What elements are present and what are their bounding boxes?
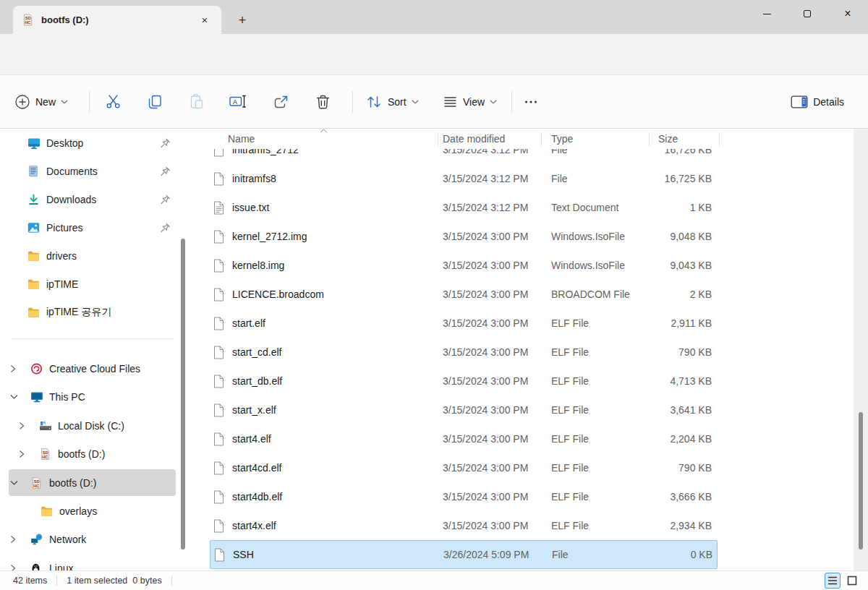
column-header-size[interactable]: Size (649, 133, 720, 145)
file-row[interactable]: start4x.elf3/15/2024 3:00 PMELF File2,93… (210, 511, 718, 540)
sidebar-item-overlays[interactable]: overlays (0, 497, 187, 525)
sidebar-item-this-pc[interactable]: This PC (0, 382, 187, 411)
copy-button[interactable] (146, 93, 163, 111)
column-divider[interactable] (649, 132, 650, 146)
file-row[interactable]: SSH3/26/2024 5:09 PMFile0 KB (210, 540, 718, 569)
sidebar-item-label: overlays (59, 505, 97, 517)
folder-icon (41, 505, 53, 516)
close-button[interactable]: × (827, 0, 868, 27)
new-button[interactable]: New (14, 94, 68, 110)
file-icon (213, 519, 224, 533)
sidebar-item-drivers[interactable]: drivers (0, 241, 187, 270)
file-list-scrollbar-track[interactable] (854, 129, 868, 570)
sidebar-item-label: ipTIME 공유기 (46, 306, 111, 319)
column-header-date-modified[interactable]: Date modified (438, 133, 541, 145)
expander-right-icon[interactable] (19, 422, 25, 429)
file-row[interactable]: LICENCE.broadcom3/15/2024 3:00 PMBROADCO… (210, 280, 718, 309)
expander-right-icon[interactable] (10, 535, 16, 543)
toolbar-divider (89, 91, 90, 113)
sidebar-item-label: ipTIME (46, 278, 78, 290)
sidebar-item-downloads[interactable]: Downloads (0, 185, 187, 213)
file-row[interactable]: issue.txt3/15/2024 3:12 PMText Document1… (210, 193, 718, 222)
expander-right-icon[interactable] (19, 450, 25, 458)
maximize-icon (804, 10, 811, 17)
file-type: ELF File (541, 462, 649, 474)
file-row[interactable]: start4cd.elf3/15/2024 3:00 PMELF File790… (210, 453, 718, 482)
details-pane-button[interactable]: Details (791, 95, 844, 109)
tab-close-icon[interactable]: × (197, 12, 213, 28)
column-divider[interactable] (719, 132, 720, 146)
sidebar-item-label: Local Disk (C:) (58, 420, 124, 432)
new-tab-button[interactable]: + (233, 11, 252, 30)
minimize-button[interactable] (746, 0, 787, 27)
sidebar-item-label: Downloads (46, 194, 96, 205)
expander-down-icon[interactable] (10, 394, 18, 400)
expander-right-icon[interactable] (10, 564, 16, 570)
file-icon (213, 432, 224, 446)
delete-button[interactable] (314, 93, 331, 111)
paste-button[interactable] (188, 93, 205, 111)
sidebar-item-iptime[interactable]: ipTIME (0, 270, 187, 298)
file-type: ELF File (541, 520, 649, 531)
sidebar-item-bootfs-d-[interactable]: SDHCbootfs (D:) (0, 469, 187, 497)
tab-title: bootfs (D:) (41, 14, 190, 25)
network-icon (30, 534, 43, 545)
sidebar-item-documents[interactable]: Documents (0, 157, 187, 185)
column-divider[interactable] (438, 132, 438, 146)
sidebar-item-creative-cloud-files[interactable]: Creative Cloud Files (0, 354, 187, 382)
file-row[interactable]: start_x.elf3/15/2024 3:00 PMELF File3,64… (210, 396, 718, 424)
explorer-tab[interactable]: SDHC bootfs (D:) × (13, 6, 221, 34)
column-divider[interactable] (541, 132, 542, 146)
sort-button[interactable]: Sort (365, 94, 419, 110)
file-list-scrollbar-thumb[interactable] (859, 412, 863, 550)
sidebar-item-label: Network (49, 534, 86, 545)
file-type: ELF File (541, 433, 649, 445)
file-row[interactable]: start4.elf3/15/2024 3:00 PMELF File2,204… (210, 424, 718, 453)
file-type: Windows.IsoFile (541, 231, 649, 242)
sidebar-item-iptime-[interactable]: ipTIME 공유기 (0, 298, 187, 326)
sidebar-item-linux[interactable]: Linux (0, 554, 187, 570)
file-row[interactable]: kernel8.img3/15/2024 3:00 PMWindows.IsoF… (210, 251, 718, 280)
expander-right-icon[interactable] (10, 364, 16, 372)
file-icon (213, 259, 224, 273)
file-name: SSH (233, 549, 254, 560)
sidebar-scrollbar-thumb[interactable] (181, 239, 185, 550)
status-bar: 42 items 1 item selected 0 bytes (0, 570, 868, 590)
sidebar-item-bootfs-d-[interactable]: SDHCbootfs (D:) (0, 440, 187, 468)
navigation-bar: bootfs (D:) (0, 34, 868, 75)
file-row[interactable]: start.elf3/15/2024 3:00 PMELF File2,911 … (210, 309, 718, 338)
details-button-label: Details (813, 96, 844, 108)
paste-icon (189, 94, 205, 110)
column-header-type[interactable]: Type (541, 133, 649, 145)
share-button[interactable] (272, 93, 289, 111)
file-name: start4cd.elf (232, 462, 281, 474)
sidebar-item-local-disk-c-[interactable]: Local Disk (C:) (0, 411, 187, 440)
details-view-toggle[interactable] (825, 573, 841, 589)
column-header-name[interactable]: Name (210, 133, 438, 145)
sidebar-item-label: Documents (46, 166, 98, 177)
file-row[interactable]: start_db.elf3/15/2024 3:00 PMELF File4,7… (210, 367, 718, 396)
sort-arrows-icon (365, 94, 383, 110)
sidebar-item-desktop[interactable]: Desktop (0, 129, 187, 157)
cut-button[interactable] (104, 93, 122, 111)
sidebar-item-pictures[interactable]: Pictures (0, 213, 187, 241)
view-button[interactable]: View (443, 95, 497, 109)
file-type: File (541, 173, 649, 184)
sort-button-label: Sort (388, 96, 407, 108)
toolbar-divider (352, 91, 353, 113)
file-row[interactable]: initramfs83/15/2024 3:12 PMFile16,725 KB (210, 164, 718, 193)
more-options-button[interactable] (522, 93, 540, 111)
sidebar-item-network[interactable]: Network (0, 525, 187, 553)
maximize-button[interactable] (787, 0, 827, 27)
rename-button[interactable]: A (229, 93, 247, 111)
file-row[interactable]: start_cd.elf3/15/2024 3:00 PMELF File790… (210, 338, 718, 367)
tab-bar: SDHC bootfs (D:) × + × (0, 0, 868, 34)
expander-down-icon[interactable] (10, 480, 18, 486)
command-bar: New A Sort View Details (0, 75, 868, 129)
file-type: Text Document (541, 202, 649, 213)
file-date-modified: 3/15/2024 3:00 PM (438, 288, 541, 300)
file-row[interactable]: kernel_2712.img3/15/2024 3:00 PMWindows.… (210, 222, 718, 251)
file-row[interactable]: initramfs_27123/15/2024 3:12 PMFile16,72… (210, 149, 718, 164)
thumbnails-view-toggle[interactable] (844, 573, 860, 589)
file-row[interactable]: start4db.elf3/15/2024 3:00 PMELF File3,6… (210, 482, 718, 511)
